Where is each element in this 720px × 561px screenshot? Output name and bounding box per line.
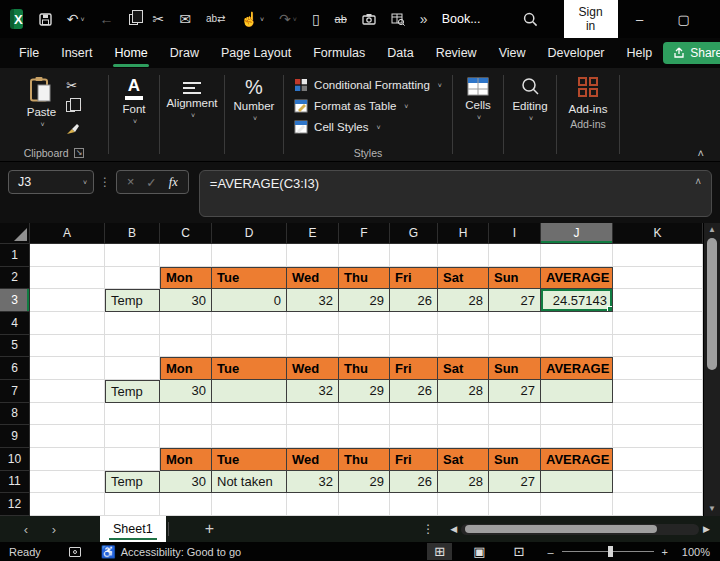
cell-K10[interactable]	[613, 448, 703, 471]
row-header-3[interactable]: 3	[0, 289, 30, 312]
alignment-group[interactable]: Alignment ˅	[160, 68, 224, 161]
zoom-in-icon[interactable]: +	[662, 546, 668, 558]
close-button[interactable]: ×	[706, 12, 720, 27]
cell-K11[interactable]	[613, 471, 703, 494]
cell-H3[interactable]: 28	[438, 289, 489, 312]
cell-C4[interactable]	[160, 312, 212, 335]
scroll-up-icon[interactable]: ▲	[708, 223, 716, 237]
format-painter-button[interactable]	[66, 122, 81, 135]
column-header-C[interactable]: C	[160, 223, 212, 244]
draft-email-icon[interactable]: ✉	[179, 12, 191, 26]
cell-C6[interactable]: Mon	[160, 357, 212, 380]
cell-E7[interactable]: 32	[287, 380, 339, 403]
cell-J7[interactable]	[541, 380, 613, 403]
cell-J6[interactable]: AVERAGE	[541, 357, 613, 380]
cell-F9[interactable]	[339, 425, 390, 448]
cell-B5[interactable]	[105, 335, 160, 358]
row-header-12[interactable]: 12	[0, 493, 30, 516]
cell-styles-button[interactable]: Cell Styles˅	[294, 120, 380, 134]
tab-draw[interactable]: Draw	[159, 42, 210, 64]
row-header-8[interactable]: 8	[0, 403, 30, 426]
zoom-level[interactable]: 100%	[676, 546, 710, 558]
cell-E1[interactable]	[287, 244, 339, 267]
cell-F12[interactable]	[339, 493, 390, 516]
cell-A6[interactable]	[30, 357, 105, 380]
cell-B2[interactable]	[105, 267, 160, 290]
undo-icon[interactable]: ↶˅	[67, 12, 85, 26]
cell-E11[interactable]: 32	[287, 471, 339, 494]
cell-G5[interactable]	[390, 335, 438, 358]
cell-K4[interactable]	[613, 312, 703, 335]
page-break-view-icon[interactable]: ⊡	[507, 543, 532, 560]
normal-view-icon[interactable]: ⊞	[427, 543, 452, 560]
cell-G6[interactable]: Fri	[390, 357, 438, 380]
page-layout-view-icon[interactable]: ▣	[466, 543, 492, 560]
addins-group[interactable]: Add-ins Add-ins	[557, 68, 619, 161]
number-group[interactable]: % Number ˅	[225, 68, 283, 161]
cell-I5[interactable]	[489, 335, 541, 358]
cell-D1[interactable]	[212, 244, 287, 267]
column-header-E[interactable]: E	[287, 223, 339, 244]
cell-B8[interactable]	[105, 403, 160, 426]
search-icon[interactable]	[523, 12, 538, 27]
cell-B10[interactable]	[105, 448, 160, 471]
column-header-G[interactable]: G	[390, 223, 438, 244]
copy-icon[interactable]	[129, 14, 138, 25]
row-header-5[interactable]: 5	[0, 335, 30, 358]
new-file-icon[interactable]: ▯	[312, 12, 320, 26]
tab-data[interactable]: Data	[376, 42, 424, 64]
cell-H6[interactable]: Sat	[438, 357, 489, 380]
cell-F3[interactable]: 29	[339, 289, 390, 312]
cell-K12[interactable]	[613, 493, 703, 516]
cell-E9[interactable]	[287, 425, 339, 448]
cell-E12[interactable]	[287, 493, 339, 516]
cell-F2[interactable]: Thu	[339, 267, 390, 290]
cell-H2[interactable]: Sat	[438, 267, 489, 290]
row-header-9[interactable]: 9	[0, 425, 30, 448]
cell-J4[interactable]	[541, 312, 613, 335]
accessibility-icon[interactable]: ♿	[101, 545, 116, 559]
cell-A7[interactable]	[30, 380, 105, 403]
cell-C9[interactable]	[160, 425, 212, 448]
cell-B11[interactable]: Temp	[105, 471, 160, 494]
tab-help[interactable]: Help	[616, 42, 664, 64]
cell-E8[interactable]	[287, 403, 339, 426]
cell-I11[interactable]: 27	[489, 471, 541, 494]
previous-sheet-icon[interactable]: ‹	[14, 522, 38, 537]
cell-A10[interactable]	[30, 448, 105, 471]
cell-I10[interactable]: Sun	[489, 448, 541, 471]
cell-J12[interactable]	[541, 493, 613, 516]
cell-C2[interactable]: Mon	[160, 267, 212, 290]
cell-I6[interactable]: Sun	[489, 357, 541, 380]
cell-G9[interactable]	[390, 425, 438, 448]
next-sheet-icon[interactable]: ›	[42, 522, 66, 537]
cell-D11[interactable]: Not taken	[212, 471, 287, 494]
cell-A5[interactable]	[30, 335, 105, 358]
cell-G11[interactable]: 26	[390, 471, 438, 494]
row-header-10[interactable]: 10	[0, 448, 30, 471]
row-header-6[interactable]: 6	[0, 357, 30, 380]
cell-H10[interactable]: Sat	[438, 448, 489, 471]
clipboard-dialog-launcher-icon[interactable]: ↘	[74, 148, 85, 158]
cell-B6[interactable]	[105, 357, 160, 380]
sheet-options-icon[interactable]: ⋮	[422, 522, 434, 536]
cut-button[interactable]: ✂	[66, 78, 81, 93]
cell-G8[interactable]	[390, 403, 438, 426]
vertical-scroll-thumb[interactable]	[707, 238, 717, 370]
cell-C8[interactable]	[160, 403, 212, 426]
cell-C3[interactable]: 30	[160, 289, 212, 312]
cell-F1[interactable]	[339, 244, 390, 267]
column-header-F[interactable]: F	[339, 223, 390, 244]
cell-H7[interactable]: 28	[438, 380, 489, 403]
tab-file[interactable]: File	[8, 42, 50, 64]
enter-icon[interactable]: ✓	[146, 175, 156, 190]
cell-I2[interactable]: Sun	[489, 267, 541, 290]
sign-in-button[interactable]: Sign in	[564, 0, 618, 38]
cell-D6[interactable]: Tue	[212, 357, 287, 380]
cell-G3[interactable]: 26	[390, 289, 438, 312]
cell-G2[interactable]: Fri	[390, 267, 438, 290]
cell-A3[interactable]	[30, 289, 105, 312]
cell-D8[interactable]	[212, 403, 287, 426]
cell-K9[interactable]	[613, 425, 703, 448]
cell-H9[interactable]	[438, 425, 489, 448]
